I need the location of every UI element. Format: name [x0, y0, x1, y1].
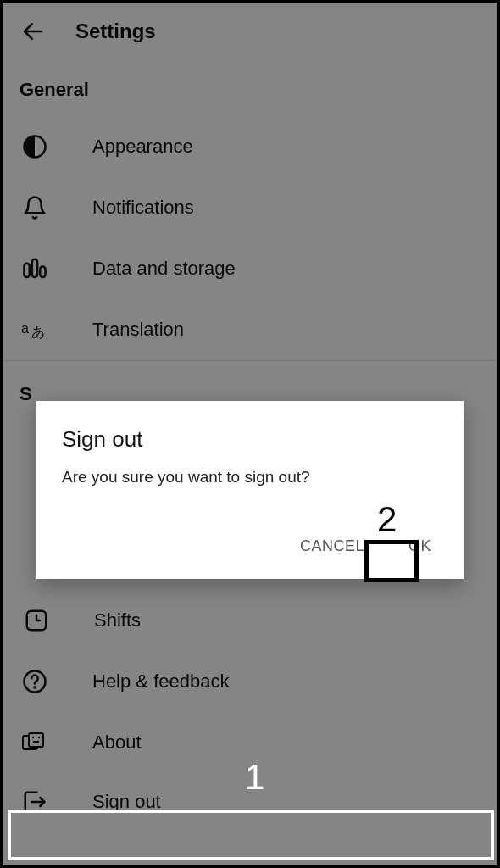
cancel-button[interactable]: CANCEL — [293, 529, 371, 564]
annotation-ok-highlight — [364, 540, 419, 582]
annotation-signout-highlight — [8, 810, 494, 860]
dialog-message: Are you sure you want to sign out? — [62, 468, 438, 487]
dialog-title: Sign out — [62, 426, 438, 453]
